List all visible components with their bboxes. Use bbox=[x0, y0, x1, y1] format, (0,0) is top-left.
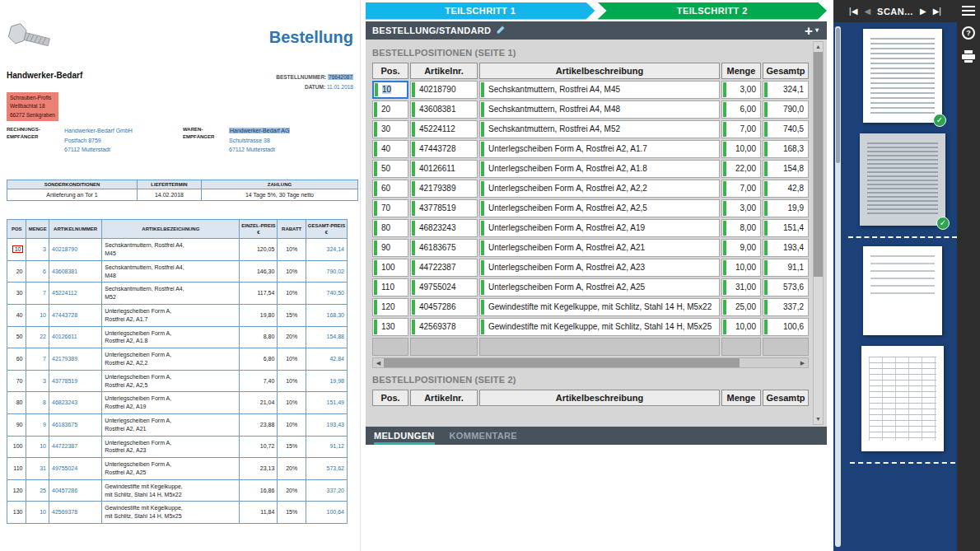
artikelbeschreibung-field[interactable]: Unterlegscheiben Form A, Rostfrei A2, A1… bbox=[479, 160, 720, 178]
menge-field[interactable]: 22,00 bbox=[721, 160, 761, 178]
pos-field[interactable]: 90 bbox=[372, 239, 408, 257]
menge-field[interactable]: 6,00 bbox=[721, 100, 761, 119]
artikelnr-field[interactable]: 42569378 bbox=[410, 318, 478, 336]
document-viewer[interactable]: Bestellung Handwerker-Bedarf BESTELLNUMM… bbox=[0, 0, 361, 551]
menge-field[interactable]: 7,00 bbox=[721, 180, 761, 198]
artikelnr-field[interactable]: 43608381 bbox=[410, 100, 478, 119]
hscroll-thumb[interactable] bbox=[384, 358, 740, 367]
artikelnr-field[interactable]: 42179389 bbox=[410, 180, 478, 198]
artikelnr-field[interactable]: 46183675 bbox=[410, 239, 478, 257]
pos-field[interactable]: 120 bbox=[372, 298, 408, 316]
menge-field[interactable]: 3,00 bbox=[721, 81, 761, 99]
help-button[interactable]: ? bbox=[962, 26, 975, 40]
thumbnail-page[interactable]: ✓ bbox=[863, 29, 942, 123]
menge-field[interactable]: 9,00 bbox=[721, 239, 761, 257]
gesamtpreis-field[interactable]: 100,6 bbox=[763, 318, 809, 336]
hscroll-track[interactable] bbox=[384, 358, 797, 367]
artikelnr-field[interactable]: 47443728 bbox=[410, 140, 478, 158]
tab[interactable]: KOMMENTARE bbox=[450, 428, 517, 445]
gesamtpreis-field[interactable]: 324,1 bbox=[763, 81, 809, 99]
artikelbeschreibung-field[interactable]: Unterlegscheiben Form A, Rostfrei A2, A1… bbox=[479, 140, 720, 158]
gesamtpreis-field[interactable]: 19,9 bbox=[763, 199, 809, 217]
menge-field[interactable]: 10,00 bbox=[721, 318, 761, 336]
pos-field[interactable]: 60 bbox=[372, 180, 408, 198]
next-page-button[interactable]: ▶ bbox=[920, 7, 926, 16]
gesamtpreis-field[interactable]: 91,1 bbox=[763, 259, 809, 277]
artikelbeschreibung-field[interactable]: Gewindestifte mit Kegelkuppe, mit Schlit… bbox=[479, 318, 720, 336]
wizard-step-1[interactable]: TEILSCHRITT 1 bbox=[366, 2, 595, 20]
pos-field[interactable]: 40 bbox=[372, 140, 408, 158]
artikelbeschreibung-field[interactable]: Sechskantmuttern, Rostfrei A4, M45 bbox=[479, 81, 720, 99]
gesamtpreis-field[interactable]: 42,8 bbox=[763, 180, 809, 198]
wizard-step-2[interactable]: TEILSCHRITT 2 bbox=[598, 2, 828, 20]
gesamtpreis-field[interactable]: 154,8 bbox=[763, 160, 809, 178]
menge-field[interactable]: 10,00 bbox=[721, 259, 761, 277]
gesamtpreis-field[interactable]: 573,6 bbox=[763, 278, 809, 297]
vertical-scrollbar[interactable]: ▲ ▼ bbox=[813, 41, 824, 425]
empty-pos-field[interactable] bbox=[372, 338, 408, 356]
menge-field[interactable]: 31,00 bbox=[721, 278, 761, 297]
artikelnr-field[interactable]: 40126611 bbox=[410, 160, 478, 178]
pos-field[interactable]: 20 bbox=[372, 100, 408, 119]
artikelbeschreibung-field[interactable]: Unterlegscheiben Form A, Rostfrei A2, A2… bbox=[479, 239, 720, 257]
thumbnail-scrollbar[interactable] bbox=[835, 26, 841, 547]
artikelnr-field[interactable]: 44722387 bbox=[410, 259, 478, 277]
thumbnail-scroll-thumb[interactable] bbox=[836, 28, 840, 163]
gesamtpreis-field[interactable]: 168,3 bbox=[763, 140, 809, 158]
menu-button[interactable] bbox=[962, 6, 975, 16]
gesamtpreis-field[interactable]: 337,2 bbox=[763, 298, 809, 316]
artikelnr-field[interactable]: 40218790 bbox=[410, 81, 478, 99]
gesamtpreis-field[interactable]: 790,0 bbox=[763, 100, 809, 119]
gesamtpreis-field[interactable]: 740,5 bbox=[763, 120, 809, 138]
scan-thumbnail[interactable] bbox=[861, 346, 944, 464]
artikelbeschreibung-field[interactable]: Sechskantmuttern, Rostfrei A4, M48 bbox=[479, 100, 720, 119]
pos-field[interactable]: 50 bbox=[372, 160, 408, 178]
artikelbeschreibung-field[interactable]: Unterlegscheiben Form A, Rostfrei A2, A2… bbox=[479, 259, 720, 277]
scroll-up-icon[interactable]: ▲ bbox=[814, 42, 823, 52]
scroll-left-icon[interactable]: ◀ bbox=[373, 358, 384, 367]
gesamtpreis-field[interactable]: 151,4 bbox=[763, 219, 809, 237]
add-position-button[interactable]: +▾ bbox=[805, 24, 819, 38]
tab[interactable]: MELDUNGEN bbox=[374, 428, 435, 445]
scan-thumbnail[interactable]: ✓ bbox=[863, 29, 942, 123]
first-page-button[interactable]: |◀ bbox=[849, 7, 857, 16]
artikelbeschreibung-field[interactable]: Unterlegscheiben Form A, Rostfrei A2, A2… bbox=[479, 180, 720, 198]
artikelnr-field[interactable]: 49755024 bbox=[410, 278, 478, 297]
empty-artikelnr-field[interactable] bbox=[410, 338, 478, 356]
gesamtpreis-field[interactable]: 193,4 bbox=[763, 239, 809, 257]
artikelbeschreibung-field[interactable]: Gewindestifte mit Kegelkuppe, mit Schlit… bbox=[479, 298, 720, 316]
artikelnr-field[interactable]: 43778519 bbox=[410, 199, 478, 217]
edit-icon[interactable] bbox=[496, 23, 506, 38]
artikelnr-field[interactable]: 46823243 bbox=[410, 219, 478, 237]
pos-field[interactable]: 70 bbox=[372, 199, 408, 217]
vscroll-track[interactable] bbox=[814, 52, 823, 414]
vscroll-thumb[interactable] bbox=[814, 52, 823, 277]
pos-field[interactable]: 80 bbox=[372, 219, 408, 237]
artikelnr-field[interactable]: 40457286 bbox=[410, 298, 478, 316]
pos-field[interactable]: 10 bbox=[372, 81, 408, 99]
pos-field[interactable]: 110 bbox=[372, 278, 408, 297]
thumbnail-page[interactable] bbox=[861, 346, 944, 451]
pos-field[interactable]: 130 bbox=[372, 318, 408, 336]
menge-field[interactable]: 25,00 bbox=[721, 298, 761, 316]
menge-field[interactable]: 3,00 bbox=[721, 199, 761, 217]
thumbnail-page[interactable] bbox=[863, 246, 942, 335]
scan-thumbnail[interactable] bbox=[863, 246, 942, 335]
artikelbeschreibung-field[interactable]: Sechskantmuttern, Rostfrei A4, M52 bbox=[479, 120, 720, 138]
artikelbeschreibung-field[interactable]: Unterlegscheiben Form A, Rostfrei A2, A2… bbox=[479, 278, 720, 297]
menge-field[interactable]: 7,00 bbox=[721, 120, 761, 138]
previous-page-button[interactable]: ◀ bbox=[864, 7, 870, 16]
last-page-button[interactable]: ▶| bbox=[933, 7, 941, 16]
scan-thumbnail[interactable]: ✓ bbox=[860, 133, 945, 238]
scroll-right-icon[interactable]: ▶ bbox=[797, 358, 808, 367]
empty-beschreibung-field[interactable] bbox=[479, 338, 720, 356]
artikelnr-field[interactable]: 45224112 bbox=[410, 120, 478, 138]
empty-gesamtpreis-field[interactable] bbox=[763, 338, 809, 356]
artikelbeschreibung-field[interactable]: Unterlegscheiben Form A, Rostfrei A2, A1… bbox=[479, 219, 720, 237]
menge-field[interactable]: 8,00 bbox=[721, 219, 761, 237]
menge-field[interactable]: 10,00 bbox=[721, 140, 761, 158]
print-button[interactable] bbox=[962, 50, 975, 63]
empty-menge-field[interactable] bbox=[721, 338, 761, 356]
thumbnail-page[interactable]: ✓ bbox=[860, 133, 945, 226]
scroll-down-icon[interactable]: ▼ bbox=[814, 414, 823, 424]
